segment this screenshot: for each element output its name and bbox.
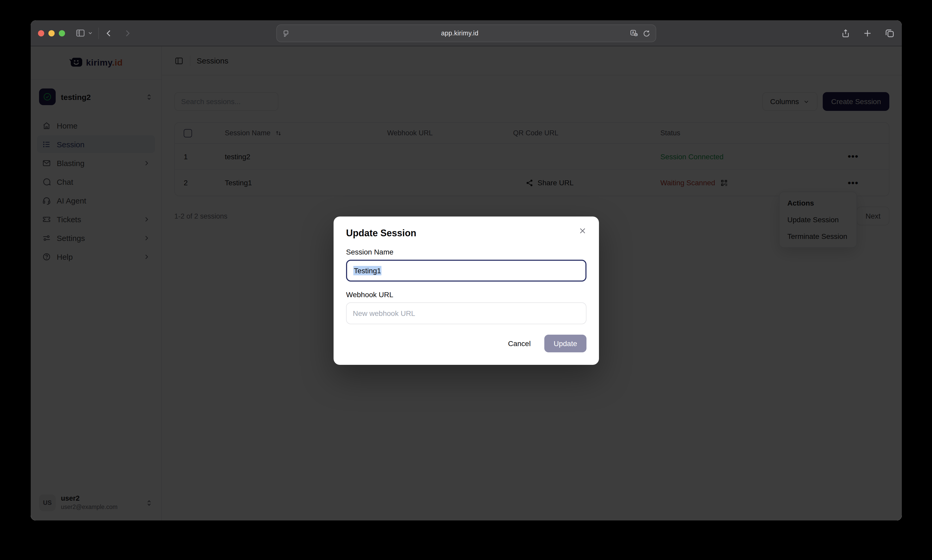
sidebar-chevron-down-icon[interactable] [88,30,93,36]
close-window-button[interactable] [38,30,44,36]
webhook-url-input[interactable] [346,302,586,324]
close-icon[interactable] [579,227,586,235]
browser-toolbar: app.kirimy.id A文 [31,20,902,46]
reload-icon[interactable] [643,29,651,37]
screenshot-stage: app.kirimy.id A文 [0,0,932,560]
session-name-label: Session Name [346,248,586,256]
zoom-window-button[interactable] [59,30,65,36]
back-button[interactable] [104,28,114,38]
cancel-button[interactable]: Cancel [500,335,539,352]
browser-window: app.kirimy.id A文 [31,20,902,520]
update-session-dialog: Update Session Session Name Testing1 Web… [334,217,599,365]
forward-button[interactable] [123,28,132,38]
app-viewport: kirimy.id testing2 Home [31,46,902,520]
session-name-input[interactable]: Testing1 [346,260,586,282]
new-tab-icon[interactable] [863,28,872,38]
browser-sidebar-toggle-icon[interactable] [75,28,85,38]
update-button[interactable]: Update [544,335,586,352]
svg-text:文: 文 [634,33,637,36]
address-bar[interactable]: app.kirimy.id A文 [276,25,656,42]
tab-overview-icon[interactable] [885,28,895,38]
reader-view-icon[interactable] [282,29,290,37]
toolbar-divider [98,27,99,39]
traffic-lights [38,30,65,36]
minimize-window-button[interactable] [48,30,55,36]
translate-icon[interactable]: A文 [630,29,638,38]
svg-text:A: A [632,30,634,34]
url-text: app.kirimy.id [290,30,630,37]
selected-text: Testing1 [353,266,381,275]
dialog-title: Update Session [346,228,416,239]
share-icon[interactable] [841,28,850,38]
webhook-url-label: Webhook URL [346,291,586,299]
